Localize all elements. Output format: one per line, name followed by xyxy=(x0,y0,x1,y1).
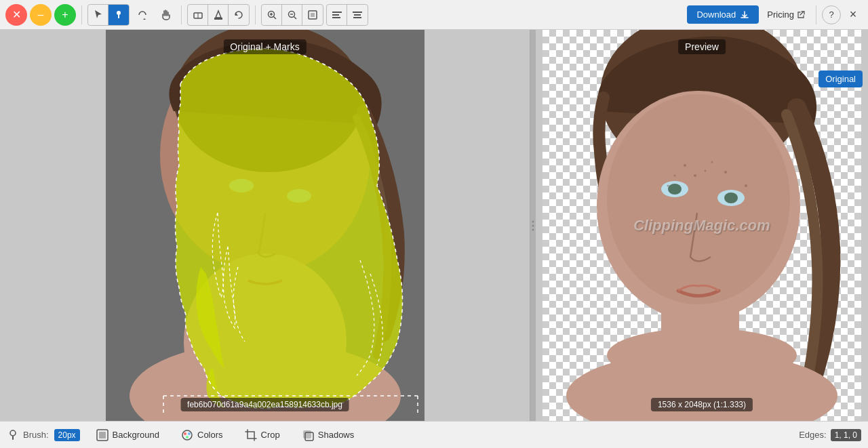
svg-rect-14 xyxy=(311,13,315,17)
svg-point-52 xyxy=(10,430,16,436)
svg-point-0 xyxy=(117,11,121,15)
svg-point-49 xyxy=(667,185,669,187)
svg-point-44 xyxy=(684,164,686,167)
brush-label: Brush: xyxy=(23,430,49,440)
svg-point-47 xyxy=(674,175,676,177)
svg-point-43 xyxy=(724,192,738,203)
svg-rect-18 xyxy=(353,12,362,13)
fill-tool-btn[interactable] xyxy=(208,5,229,25)
brush-control: Brush: 20px xyxy=(7,429,80,441)
svg-rect-20 xyxy=(353,17,361,18)
svg-rect-1 xyxy=(118,15,119,18)
preview-canvas: ClippingMagic.com 1536 x 2048px (1:1.333… xyxy=(542,30,861,421)
pricing-button[interactable]: Pricing xyxy=(762,5,810,24)
zoom-group xyxy=(261,4,323,26)
svg-point-33 xyxy=(532,228,534,230)
help-button[interactable]: ? xyxy=(822,5,841,24)
svg-point-42 xyxy=(668,184,682,195)
fit-btn[interactable] xyxy=(302,5,323,25)
preview-svg xyxy=(542,30,861,421)
sep-2 xyxy=(181,5,182,24)
sep-1 xyxy=(81,5,82,24)
minimize-window-btn[interactable]: – xyxy=(30,4,52,26)
download-icon xyxy=(740,10,749,20)
preview-image-bg: ClippingMagic.com 1536 x 2048px (1:1.333… xyxy=(542,30,861,421)
left-panel: Original + Marks feb6b070d61a9a4a002ea15… xyxy=(0,30,530,421)
shadows-tool[interactable]: Shadows xyxy=(296,426,359,444)
svg-rect-55 xyxy=(99,432,106,439)
tool-group-2 xyxy=(187,4,250,26)
panel-divider[interactable] xyxy=(530,30,536,421)
crop-label: Crop xyxy=(261,430,280,440)
svg-point-59 xyxy=(186,436,189,439)
editor-svg xyxy=(106,30,425,421)
edges-control: Edges: 1, 1, 0 xyxy=(799,429,861,441)
zoom-out-btn[interactable] xyxy=(282,5,302,25)
download-label: Download xyxy=(696,9,736,20)
editor-canvas[interactable]: Original + Marks feb6b070d61a9a4a002ea15… xyxy=(106,30,425,421)
brush-icon xyxy=(7,429,19,441)
crop-tool[interactable]: Crop xyxy=(239,426,285,444)
svg-point-58 xyxy=(188,432,191,435)
external-link-icon xyxy=(797,11,805,19)
right-panel: Original xyxy=(536,30,868,421)
undo-btn[interactable] xyxy=(229,5,249,25)
svg-point-51 xyxy=(694,174,696,177)
shadows-icon xyxy=(302,429,314,441)
svg-point-38 xyxy=(607,328,797,382)
background-icon xyxy=(96,429,108,441)
shadows-label: Shadows xyxy=(318,430,354,440)
align-group xyxy=(326,4,368,26)
top-toolbar: ✕ – + xyxy=(0,0,868,30)
svg-rect-19 xyxy=(354,14,361,16)
original-toggle-btn[interactable]: Original xyxy=(818,70,863,87)
close-app-button[interactable]: × xyxy=(844,5,863,24)
download-button[interactable]: Download xyxy=(687,5,759,24)
svg-line-7 xyxy=(273,16,276,19)
svg-point-57 xyxy=(184,432,186,435)
svg-point-31 xyxy=(532,220,534,222)
eraser-tool-btn[interactable] xyxy=(188,5,208,25)
brush-size-btn[interactable]: 20px xyxy=(54,429,80,441)
svg-rect-15 xyxy=(332,12,342,13)
brush-tool-btn[interactable] xyxy=(108,5,129,25)
close-window-btn[interactable]: ✕ xyxy=(5,4,27,26)
crop-icon xyxy=(245,429,257,441)
svg-rect-4 xyxy=(214,18,222,20)
tool-group-1 xyxy=(87,4,130,26)
lasso-tool-btn[interactable] xyxy=(132,5,153,25)
align-center-btn[interactable] xyxy=(347,5,368,25)
svg-point-39 xyxy=(607,94,790,304)
svg-line-11 xyxy=(294,16,296,19)
svg-point-48 xyxy=(745,184,747,187)
align-left-btn[interactable] xyxy=(327,5,347,25)
colors-tool[interactable]: Colors xyxy=(176,426,229,444)
svg-point-45 xyxy=(711,161,713,163)
maximize-window-btn[interactable]: + xyxy=(54,4,76,26)
background-tool[interactable]: Background xyxy=(91,426,165,444)
hand-tool-btn[interactable] xyxy=(155,5,176,25)
svg-rect-16 xyxy=(332,14,339,16)
svg-rect-53 xyxy=(12,436,14,440)
pricing-label: Pricing xyxy=(767,9,794,20)
colors-icon xyxy=(181,429,193,441)
main-area: Original + Marks feb6b070d61a9a4a002ea15… xyxy=(0,30,868,421)
svg-point-46 xyxy=(724,171,727,174)
colors-label: Colors xyxy=(197,430,223,440)
sep-4 xyxy=(816,5,816,24)
zoom-in-btn[interactable] xyxy=(262,5,282,25)
svg-point-32 xyxy=(532,224,534,226)
svg-rect-17 xyxy=(332,17,340,18)
background-label: Background xyxy=(113,430,159,440)
svg-rect-60 xyxy=(303,430,311,439)
svg-point-50 xyxy=(705,170,707,172)
pointer-tool-btn[interactable] xyxy=(88,5,108,25)
edges-value: 1, 1, 0 xyxy=(831,429,861,441)
sep-3 xyxy=(255,5,256,24)
edges-label: Edges: xyxy=(799,430,826,440)
bottom-toolbar: Brush: 20px Background Colors Crop Shado… xyxy=(0,421,868,448)
